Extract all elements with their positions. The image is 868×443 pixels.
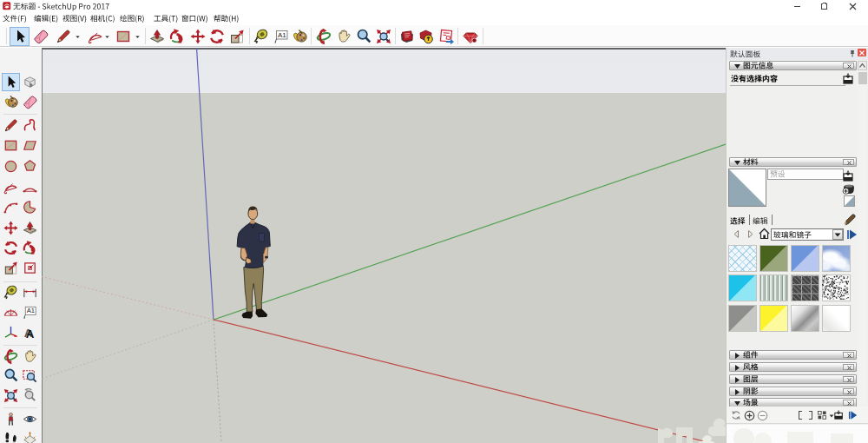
svg-text:A: A bbox=[26, 327, 35, 341]
svg-text:A1: A1 bbox=[278, 31, 286, 39]
svg-text:A1: A1 bbox=[27, 307, 35, 314]
